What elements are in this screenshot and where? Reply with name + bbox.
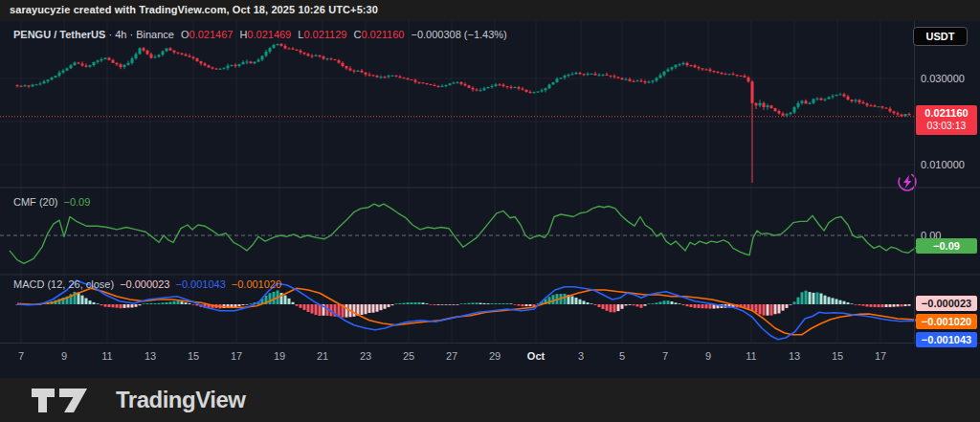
time-tick: 13	[789, 350, 800, 362]
time-tick: 21	[317, 350, 328, 362]
macd-value: −0.001043	[175, 278, 225, 290]
macd-value: −0.001020	[232, 278, 281, 290]
bar-countdown: 03:03:13	[916, 120, 977, 132]
ohlc-key: C0.021160	[353, 29, 404, 40]
tradingview-logo[interactable]: TradingView	[31, 387, 245, 413]
time-tick: 17	[875, 350, 886, 362]
tradingview-logo-text: TradingView	[116, 387, 245, 413]
time-tick: 11	[101, 350, 112, 362]
symbol-name[interactable]: PENGU / TetherUS	[13, 29, 105, 40]
macd-value-badge: −0.001020	[916, 314, 977, 329]
time-tick: 13	[145, 350, 156, 362]
change-value: −0.000308 (−1.43%)	[411, 29, 506, 40]
currency-toggle-button[interactable]: USDT	[913, 27, 968, 46]
ohlc-key: L0.021129	[298, 29, 346, 40]
price-axis[interactable]	[914, 21, 980, 343]
time-tick: 19	[274, 350, 285, 362]
macd-value: −0.000023	[120, 278, 169, 290]
footer-bar: TradingView	[0, 378, 980, 422]
ohlc-key: H0.021469	[239, 29, 291, 40]
interval[interactable]: 4h	[115, 29, 126, 40]
chart-canvas	[0, 21, 980, 378]
price-axis-label: 0.010000	[921, 159, 965, 170]
time-tick: 3	[578, 350, 584, 362]
time-tick: 29	[489, 350, 501, 362]
cmf-indicator-header[interactable]: CMF (20)−0.09	[13, 196, 90, 208]
time-tick: 27	[446, 350, 457, 362]
time-tick: 25	[403, 350, 414, 362]
tradingview-snapshot: { "attribution": "sarayucyzie created wi…	[0, 0, 980, 422]
time-tick: Oct	[527, 350, 545, 362]
time-tick: 5	[619, 350, 625, 362]
price-axis-label: 0.030000	[921, 73, 965, 84]
last-price-value: 0.021160	[916, 107, 977, 120]
macd-indicator-header[interactable]: MACD (12, 26, close)−0.000023−0.001043−0…	[13, 278, 281, 290]
macd-title[interactable]: MACD (12, 26, close)	[13, 278, 114, 290]
exchange[interactable]: Binance	[136, 29, 174, 40]
time-tick: 15	[832, 350, 843, 362]
time-tick: 11	[746, 350, 756, 362]
ohlc-key: O0.021467	[181, 29, 233, 40]
tradingview-logo-mark	[31, 388, 90, 413]
chart-area[interactable]: PENGU / TetherUS · 4h · BinanceO0.021467…	[0, 21, 980, 378]
macd-value-badge: −0.001043	[916, 332, 977, 347]
attribution-bar: sarayucyzie created with TradingView.com…	[0, 0, 980, 21]
time-tick: 23	[360, 350, 371, 362]
cmf-title[interactable]: CMF (20)	[13, 196, 57, 208]
attribution-text: sarayucyzie created with TradingView.com…	[10, 4, 378, 15]
cmf-value-badge: −0.09	[916, 238, 977, 254]
symbol-header[interactable]: PENGU / TetherUS · 4h · BinanceO0.021467…	[13, 29, 507, 40]
time-tick: 17	[231, 350, 242, 362]
cmf-value: −0.09	[63, 196, 90, 208]
last-price-badge: 0.021160 03:03:13	[916, 105, 977, 135]
time-tick: 7	[662, 350, 668, 362]
time-tick: 15	[188, 350, 199, 362]
time-tick: 7	[18, 350, 24, 362]
time-tick: 9	[61, 350, 67, 362]
time-tick: 9	[705, 350, 711, 362]
time-axis[interactable]: 7911131517192123252729Oct357911131517	[0, 343, 980, 378]
macd-value-badge: −0.000023	[916, 296, 977, 311]
